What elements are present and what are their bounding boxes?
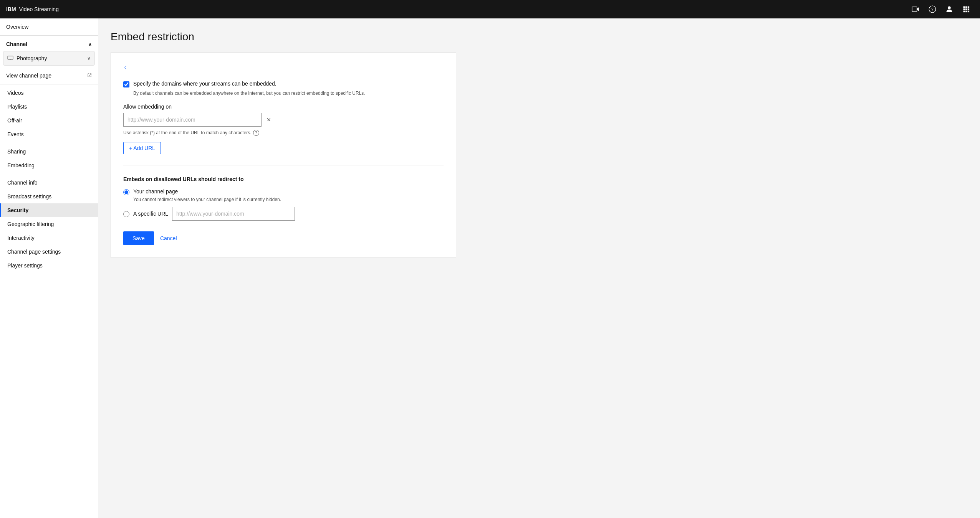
view-channel-label: View channel page — [6, 73, 51, 79]
svg-rect-5 — [965, 7, 967, 8]
svg-rect-10 — [963, 11, 965, 12]
sidebar-item-off-air-label: Off-air — [7, 117, 22, 124]
page-title: Embed restriction — [111, 31, 968, 43]
sidebar-channel-section: Channel — [0, 36, 98, 51]
sidebar-item-videos[interactable]: Videos — [0, 86, 98, 100]
svg-rect-7 — [963, 8, 965, 10]
sidebar-item-geographic-filtering-label: Geographic filtering — [7, 221, 54, 227]
svg-point-3 — [948, 7, 951, 10]
sidebar-item-sharing-label: Sharing — [7, 148, 26, 155]
sidebar-item-security-label: Security — [7, 207, 28, 213]
sidebar-item-security[interactable]: Security — [0, 203, 98, 217]
sidebar-divider-3 — [0, 174, 98, 174]
sidebar-item-channel-page-settings-label: Channel page settings — [7, 249, 61, 255]
radio-channel-label: Your channel page — [133, 188, 178, 195]
channel-section-chevron[interactable] — [88, 41, 92, 47]
specify-domains-row: Specify the domains where your streams c… — [123, 81, 444, 87]
svg-rect-14 — [9, 60, 12, 60]
help-icon[interactable]: ? — [253, 130, 259, 136]
grid-icon — [962, 5, 970, 13]
sidebar-item-player-settings-label: Player settings — [7, 262, 43, 269]
sidebar-item-playlists-label: Playlists — [7, 104, 27, 110]
sidebar-item-off-air[interactable]: Off-air — [0, 114, 98, 127]
sidebar-item-interactivity[interactable]: Interactivity — [0, 231, 98, 245]
radio-channel-input[interactable] — [123, 189, 129, 195]
asterisk-note-text: Use asterisk (*) at the end of the URL t… — [123, 130, 252, 135]
svg-rect-0 — [912, 7, 917, 12]
grid-icon-button[interactable] — [958, 2, 974, 17]
sidebar-item-events-label: Events — [7, 131, 24, 137]
cancel-button[interactable]: Cancel — [160, 231, 177, 245]
section-divider — [123, 165, 444, 165]
close-icon — [266, 117, 271, 122]
brand-name: IBM — [6, 6, 16, 12]
sidebar-item-videos-label: Videos — [7, 90, 24, 96]
user-icon-button[interactable] — [942, 2, 957, 17]
sidebar-item-channel-page-settings[interactable]: Channel page settings — [0, 245, 98, 259]
chevron-left-icon — [123, 65, 128, 70]
url-input[interactable] — [123, 113, 262, 127]
main-content: Embed restriction Specify the domains wh… — [98, 18, 980, 518]
allow-embedding-label: Allow embedding on — [123, 104, 444, 110]
radio-specific-input[interactable] — [123, 211, 129, 217]
channel-tv-icon — [7, 54, 13, 62]
external-link-icon — [87, 73, 92, 79]
url-input-row — [123, 113, 444, 127]
save-button[interactable]: Save — [123, 231, 154, 245]
video-icon-button[interactable] — [908, 2, 923, 17]
brand-logo: IBM Video Streaming — [6, 6, 59, 12]
sidebar-item-player-settings[interactable]: Player settings — [0, 259, 98, 272]
redirect-heading: Embeds on disallowed URLs should redirec… — [123, 176, 444, 182]
sidebar-item-channel-info-label: Channel info — [7, 180, 38, 186]
sidebar-view-channel[interactable]: View channel page — [0, 69, 98, 82]
svg-rect-8 — [965, 8, 967, 10]
radio-channel-option: Your channel page — [123, 188, 444, 195]
sidebar-item-broadcast-settings-label: Broadcast settings — [7, 193, 51, 200]
sidebar: Overview Channel Photography View channe… — [0, 18, 98, 518]
help-icon-button[interactable]: ? — [925, 2, 940, 17]
action-row: Save Cancel — [123, 231, 444, 245]
video-icon — [912, 5, 919, 13]
app-body: Overview Channel Photography View channe… — [0, 18, 980, 518]
back-to-security-link[interactable] — [123, 65, 129, 70]
sidebar-item-sharing[interactable]: Sharing — [0, 145, 98, 158]
channel-name: Photography — [17, 55, 84, 61]
sidebar-item-channel-info[interactable]: Channel info — [0, 176, 98, 190]
add-url-button[interactable]: + Add URL — [123, 142, 161, 154]
sidebar-item-overview[interactable]: Overview — [0, 18, 98, 36]
help-icon: ? — [929, 5, 936, 13]
sidebar-item-interactivity-label: Interactivity — [7, 235, 35, 241]
clear-url-button[interactable] — [265, 115, 273, 124]
channel-section-label: Channel — [6, 41, 27, 47]
sidebar-item-broadcast-settings[interactable]: Broadcast settings — [0, 190, 98, 203]
svg-rect-6 — [968, 7, 969, 8]
svg-rect-11 — [965, 11, 967, 12]
svg-rect-12 — [968, 11, 969, 12]
channel-chevron-icon — [87, 56, 91, 61]
specify-domains-checkbox[interactable] — [123, 81, 129, 87]
sidebar-item-embedding[interactable]: Embedding — [0, 158, 98, 172]
radio-specific-label: A specific URL — [133, 211, 168, 217]
user-icon — [945, 5, 953, 13]
radio-specific-option: A specific URL — [123, 207, 444, 221]
sidebar-divider-2 — [0, 143, 98, 143]
specify-domains-label: Specify the domains where your streams c… — [133, 81, 276, 87]
svg-rect-9 — [968, 8, 969, 10]
sidebar-item-embedding-label: Embedding — [7, 162, 35, 168]
asterisk-note: Use asterisk (*) at the end of the URL t… — [123, 130, 444, 136]
radio-channel-sub: You cannot redirect viewers to your chan… — [133, 197, 444, 202]
top-navigation: IBM Video Streaming ? — [0, 0, 980, 18]
sidebar-item-events[interactable]: Events — [0, 127, 98, 141]
sidebar-item-geographic-filtering[interactable]: Geographic filtering — [0, 217, 98, 231]
content-card: Specify the domains where your streams c… — [111, 52, 456, 258]
product-name: Video Streaming — [19, 6, 59, 12]
specify-domains-helper: By default channels can be embedded anyw… — [133, 91, 444, 96]
svg-text:?: ? — [931, 7, 934, 12]
svg-rect-4 — [963, 7, 965, 8]
channel-selector[interactable]: Photography — [3, 51, 95, 66]
svg-rect-13 — [8, 56, 13, 59]
topnav-icons: ? — [908, 2, 974, 17]
specific-url-input[interactable] — [172, 207, 295, 221]
sidebar-divider-1 — [0, 84, 98, 84]
sidebar-item-playlists[interactable]: Playlists — [0, 100, 98, 114]
